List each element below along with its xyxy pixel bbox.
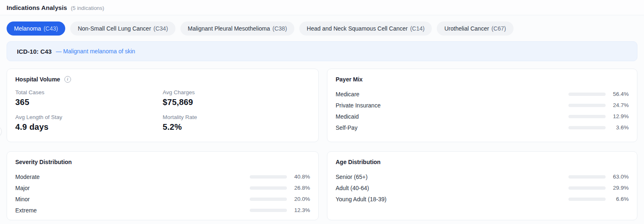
severity-row-minor: Minor 20.0%	[15, 193, 310, 205]
bar-label: Adult (40-64)	[336, 185, 568, 191]
card-title: Payer Mix	[336, 76, 362, 83]
bar-track	[568, 186, 606, 190]
tab-nsclc[interactable]: Non-Small Cell Lung Cancer (C34)	[70, 21, 175, 36]
cards-grid: Hospital Volume i Total Cases 365 Avg Ch…	[7, 69, 637, 220]
bar-track	[568, 175, 606, 179]
payer-row-private-insurance: Private Insurance 24.7%	[336, 100, 629, 111]
age-rows: Senior (65+) 63.0% Adult (40-64) 29.9% Y…	[336, 171, 629, 205]
severity-row-extreme: Extreme 12.3%	[15, 205, 310, 216]
tab-label: Malignant Pleural Mesothelioma	[188, 25, 270, 32]
metric-value: $75,869	[163, 98, 310, 107]
severity-rows: Moderate 40.8% Major 26.8% Minor 20.0% E…	[15, 171, 310, 216]
bar-value: 40.8%	[287, 174, 310, 180]
icd-code-label: ICD-10: C43	[17, 48, 52, 55]
payer-mix-rows: Medicare 56.4% Private Insurance 24.7% M…	[336, 88, 629, 133]
tab-urothelial[interactable]: Urothelial Cancer (C67)	[437, 21, 513, 36]
bar-label: Self-Pay	[336, 124, 568, 131]
tab-code: (C38)	[272, 25, 287, 32]
tab-code: (C34)	[154, 25, 168, 32]
bar-value: 12.3%	[287, 207, 310, 213]
payer-mix-card: Payer Mix Medicare 56.4% Private Insuran…	[327, 69, 637, 142]
page-title: Indications Analysis	[7, 4, 67, 11]
metric-value: 5.2%	[163, 122, 310, 132]
tab-label: Head and Neck Squamous Cell Cancer	[307, 25, 407, 32]
metric-mortality-rate: Mortality Rate 5.2%	[163, 114, 310, 132]
severity-row-moderate: Moderate 40.8%	[15, 171, 310, 182]
age-row-senior: Senior (65+) 63.0%	[336, 171, 629, 182]
bar-track	[250, 175, 287, 179]
bar-label: Medicaid	[336, 113, 568, 120]
bar-value: 3.6%	[606, 124, 629, 131]
metric-value: 365	[15, 98, 163, 107]
metric-value: 4.9 days	[15, 122, 163, 132]
icd-description: — Malignant melanoma of skin	[56, 48, 135, 55]
payer-row-medicaid: Medicaid 12.9%	[336, 111, 629, 122]
bar-value: 20.0%	[287, 196, 310, 202]
bar-track	[568, 198, 606, 201]
age-distribution-card: Age Distribution Senior (65+) 63.0% Adul…	[327, 151, 637, 220]
bar-label: Extreme	[15, 207, 250, 214]
tab-label: Melanoma	[14, 25, 41, 32]
page-header: Indications Analysis (5 indications)	[0, 0, 644, 15]
bar-label: Medicare	[336, 91, 568, 98]
bar-label: Minor	[15, 196, 250, 203]
main-content: Melanoma (C43) Non-Small Cell Lung Cance…	[0, 21, 644, 220]
bar-value: 26.8%	[287, 185, 310, 191]
bar-label: Major	[15, 185, 250, 191]
tab-head-neck[interactable]: Head and Neck Squamous Cell Cancer (C14)	[299, 21, 432, 36]
severity-row-major: Major 26.8%	[15, 182, 310, 193]
bar-track	[250, 186, 287, 190]
tab-mesothelioma[interactable]: Malignant Pleural Mesothelioma (C38)	[180, 21, 294, 36]
tab-code: (C43)	[43, 25, 58, 32]
bar-value: 29.9%	[606, 185, 629, 191]
bar-value: 6.6%	[606, 196, 629, 202]
metric-label: Avg Charges	[163, 89, 310, 95]
metric-avg-length-of-stay: Avg Length of Stay 4.9 days	[15, 114, 163, 132]
info-icon[interactable]: i	[64, 76, 71, 83]
payer-row-self-pay: Self-Pay 3.6%	[336, 122, 629, 133]
bar-value: 24.7%	[606, 102, 629, 108]
bar-track	[568, 93, 606, 96]
bar-value: 12.9%	[606, 113, 629, 119]
tab-melanoma[interactable]: Melanoma (C43)	[7, 21, 65, 36]
bar-track	[568, 104, 606, 107]
bar-label: Young Adult (18-39)	[336, 196, 568, 203]
severity-distribution-card: Severity Distribution Moderate 40.8% Maj…	[7, 151, 319, 220]
bar-label: Senior (65+)	[336, 174, 568, 180]
bar-value: 63.0%	[606, 174, 629, 180]
bar-value: 56.4%	[606, 91, 629, 97]
metric-label: Total Cases	[15, 89, 163, 95]
metric-avg-charges: Avg Charges $75,869	[163, 89, 310, 107]
metrics-grid: Total Cases 365 Avg Charges $75,869 Avg …	[15, 89, 310, 132]
hospital-volume-card: Hospital Volume i Total Cases 365 Avg Ch…	[7, 69, 319, 142]
tab-code: (C14)	[410, 25, 424, 32]
icd-banner: ICD-10: C43 — Malignant melanoma of skin	[7, 41, 637, 61]
bar-track	[250, 209, 287, 212]
tab-label: Non-Small Cell Lung Cancer	[78, 25, 151, 32]
indication-tabs: Melanoma (C43) Non-Small Cell Lung Cance…	[7, 21, 637, 36]
metric-total-cases: Total Cases 365	[15, 89, 163, 107]
card-title: Hospital Volume	[15, 76, 60, 83]
bar-track	[568, 126, 606, 129]
tab-code: (C67)	[492, 25, 506, 32]
metric-label: Avg Length of Stay	[15, 114, 163, 120]
bar-label: Private Insurance	[336, 102, 568, 109]
metric-label: Mortality Rate	[163, 114, 310, 120]
indication-count: (5 indications)	[71, 5, 104, 11]
age-row-young-adult: Young Adult (18-39) 6.6%	[336, 193, 629, 205]
age-row-adult: Adult (40-64) 29.9%	[336, 182, 629, 193]
bar-track	[568, 115, 606, 118]
card-title: Severity Distribution	[15, 159, 72, 165]
tab-label: Urothelial Cancer	[444, 25, 489, 32]
payer-row-medicare: Medicare 56.4%	[336, 88, 629, 100]
bar-track	[250, 198, 287, 201]
bar-label: Moderate	[15, 174, 250, 180]
card-title: Age Distribution	[336, 159, 381, 165]
